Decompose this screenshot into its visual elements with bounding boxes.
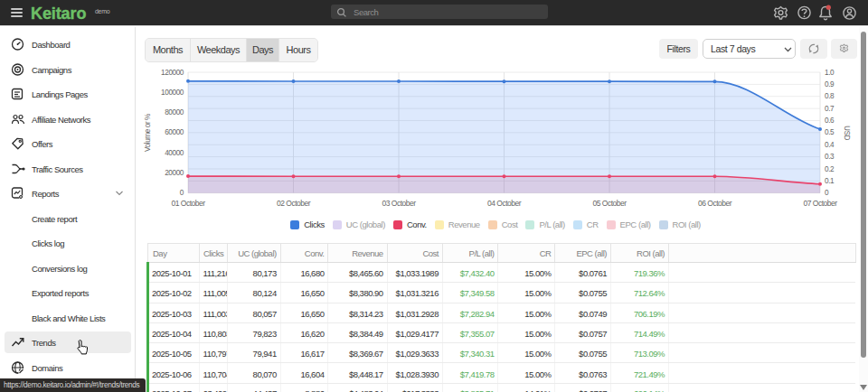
svg-text:Volume or %: Volume or %: [144, 114, 152, 152]
svg-text:120000: 120000: [161, 69, 184, 77]
svg-text:80000: 80000: [165, 108, 184, 117]
svg-text:0.1: 0.1: [825, 177, 835, 185]
svg-text:0.3: 0.3: [825, 153, 835, 161]
svg-text:04 October: 04 October: [487, 199, 522, 208]
svg-text:0.2: 0.2: [825, 165, 835, 173]
svg-text:0.7: 0.7: [825, 105, 835, 113]
svg-text:0: 0: [180, 189, 184, 197]
svg-text:0.6: 0.6: [825, 117, 835, 125]
svg-text:0.4: 0.4: [825, 141, 835, 149]
svg-text:05 October: 05 October: [592, 199, 627, 208]
svg-text:01 October: 01 October: [171, 199, 205, 208]
svg-text:0.8: 0.8: [825, 92, 835, 100]
svg-text:02 October: 02 October: [277, 199, 311, 208]
svg-text:60000: 60000: [165, 128, 184, 136]
svg-text:40000: 40000: [165, 149, 184, 157]
svg-text:07 October: 07 October: [803, 199, 837, 208]
svg-text:1.0: 1.0: [825, 69, 835, 77]
svg-text:20000: 20000: [165, 169, 184, 177]
svg-text:0: 0: [825, 189, 829, 197]
svg-text:100000: 100000: [161, 89, 184, 97]
svg-text:0.9: 0.9: [825, 80, 835, 89]
svg-text:06 October: 06 October: [698, 199, 732, 208]
svg-text:03 October: 03 October: [382, 199, 416, 208]
svg-text:USD: USD: [843, 126, 851, 141]
svg-text:0.5: 0.5: [825, 128, 835, 136]
